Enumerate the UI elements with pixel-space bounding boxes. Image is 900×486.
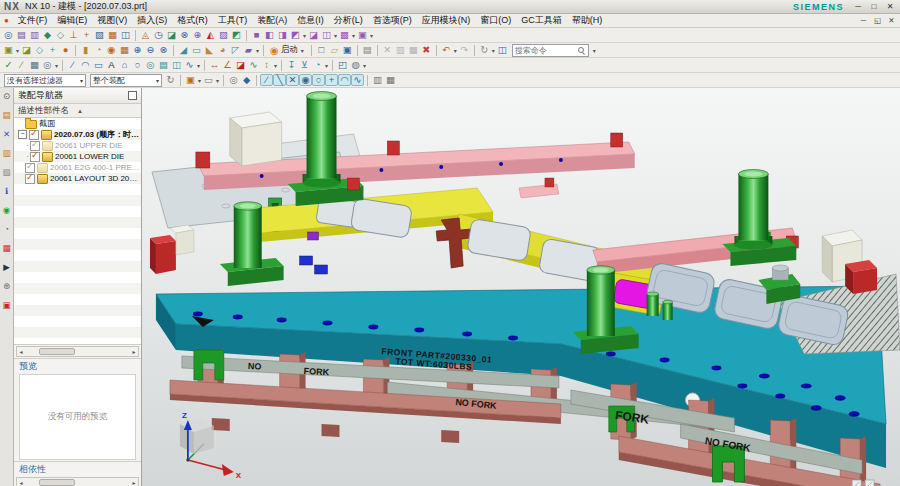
product-interface-icon[interactable]: ⊕	[191, 29, 204, 41]
dropdown-arrow-icon[interactable]: ▾	[216, 77, 219, 84]
component-checkbox[interactable]: ✓	[25, 163, 35, 173]
sketch-icon[interactable]: ▣	[2, 44, 15, 56]
dependencies-scrollbar[interactable]: ◂ ▸	[16, 477, 139, 486]
datum-csys-icon[interactable]: +	[46, 44, 59, 56]
reuse-library-icon[interactable]: ▧	[2, 168, 10, 177]
pattern-curve-icon[interactable]: ▤	[157, 59, 170, 71]
doc-minimize-icon[interactable]: ─	[858, 16, 869, 25]
component-groups-icon[interactable]: ▨	[217, 29, 230, 41]
edge-blend-icon[interactable]: ◕	[216, 44, 229, 56]
history-icon[interactable]: ◔	[4, 225, 9, 234]
snap-tangent-icon[interactable]: ◠	[338, 74, 351, 86]
polygon-icon[interactable]: ⌂	[118, 59, 131, 71]
exploded-views-icon[interactable]: ◬	[139, 29, 152, 41]
window-manager-icon[interactable]: ▣	[2, 301, 10, 310]
snap-settings-toggle-icon[interactable]: ↻	[164, 74, 177, 86]
project-curve-icon[interactable]: ↧	[285, 59, 298, 71]
dropdown-arrow-icon[interactable]: ▾	[197, 62, 200, 69]
graphics-window[interactable]: FRONT PART#200330_01 TOT WT:6030LBS NO F…	[142, 88, 900, 486]
menu-item-7[interactable]: 信息(I)	[292, 14, 329, 27]
copy-icon[interactable]: ▥	[394, 44, 407, 56]
resize-grip-icon[interactable]	[865, 480, 874, 486]
component-checkbox[interactable]: ✓	[30, 152, 40, 162]
redo-icon[interactable]: ↷	[458, 44, 471, 56]
toolbar-options-icon[interactable]: ▾	[593, 47, 596, 54]
shell-icon[interactable]: ▭	[190, 44, 203, 56]
open-component-icon[interactable]: ▤	[15, 29, 28, 41]
dropdown-arrow-icon[interactable]: ▾	[370, 32, 373, 39]
undo-icon[interactable]: ↶	[440, 44, 453, 56]
close-icon[interactable]: ✕	[884, 1, 896, 12]
scrollbar-thumb[interactable]	[39, 348, 75, 355]
snap-midpoint-icon[interactable]: ∕	[260, 74, 273, 86]
show-component-icon[interactable]: ◆	[41, 29, 54, 41]
rectangle-icon[interactable]: ▭	[92, 59, 105, 71]
scroll-left-icon[interactable]: ◂	[17, 348, 25, 355]
delete-icon[interactable]: ✖	[420, 44, 433, 56]
component-checkbox[interactable]: ✓	[29, 130, 39, 140]
assembly-arrangements-icon[interactable]: ▧	[93, 29, 106, 41]
repeat-command-icon[interactable]: ↻	[478, 44, 491, 56]
mirror-curve-icon[interactable]: ◫	[170, 59, 183, 71]
interpart-selection-icon[interactable]: ▦	[384, 74, 397, 86]
menu-item-3[interactable]: 插入(S)	[132, 14, 172, 27]
find-component-icon[interactable]: ◎	[2, 29, 15, 41]
deviation-gauge-icon[interactable]: ↕	[260, 59, 273, 71]
top-selection-priority-icon[interactable]: ▣	[184, 74, 197, 86]
assembly-load-options-icon[interactable]: ■	[250, 29, 263, 41]
visual-reports-icon[interactable]: ◉	[3, 206, 10, 215]
reference-sets-icon[interactable]: ◩	[230, 29, 243, 41]
selection-scope-dropdown[interactable]: 整个装配 ▾	[90, 74, 162, 87]
menu-item-2[interactable]: 视图(V)	[92, 14, 132, 27]
deformable-part-icon[interactable]: ◨	[276, 29, 289, 41]
curve-analysis-icon[interactable]: ∿	[247, 59, 260, 71]
ellipse-icon[interactable]: ○	[131, 59, 144, 71]
snap-settings-icon[interactable]: ◎	[41, 59, 54, 71]
process-studio-icon[interactable]: ▶	[3, 263, 10, 272]
profile-line-icon[interactable]: ∕	[66, 59, 79, 71]
search-icon[interactable]	[577, 46, 586, 55]
menu-item-1[interactable]: 编辑(E)	[52, 14, 92, 27]
open-by-proximity-icon[interactable]: ▥	[28, 29, 41, 41]
point-icon[interactable]: ●	[59, 44, 72, 56]
tree-item[interactable]: ·✓20061 UPPER DIE	[14, 140, 141, 151]
unite-icon[interactable]: ⊕	[131, 44, 144, 56]
rendering-style-icon[interactable]: ◍	[349, 59, 362, 71]
cut-icon[interactable]: ✕	[381, 44, 394, 56]
menu-item-12[interactable]: GC工具箱	[516, 14, 567, 27]
menu-item-10[interactable]: 应用模块(N)	[417, 14, 476, 27]
menu-item-6[interactable]: 装配(A)	[252, 14, 292, 27]
menu-item-8[interactable]: 分析(L)	[329, 14, 368, 27]
snap-intersection-icon[interactable]: ✕	[286, 74, 299, 86]
sketch-in-task-env-icon[interactable]: ◪	[20, 44, 33, 56]
dropdown-arrow-icon[interactable]: ▾	[363, 62, 366, 69]
scrollbar-thumb[interactable]	[39, 479, 75, 486]
assembly-info-icon[interactable]: ▣	[356, 29, 369, 41]
arc-icon[interactable]: ◠	[79, 59, 92, 71]
tree-item[interactable]: ·✓20061 LOWER DIE	[14, 151, 141, 162]
assembly-sequence-icon[interactable]: ◷	[152, 29, 165, 41]
menu-item-5[interactable]: 工具(T)	[213, 14, 253, 27]
tree-horizontal-scrollbar[interactable]: ◂ ▸	[16, 346, 139, 357]
weight-management-icon[interactable]: ◫	[320, 29, 333, 41]
dropdown-arrow-icon[interactable]: ▾	[16, 47, 19, 54]
hole-icon[interactable]: ◉	[105, 44, 118, 56]
resize-grip-icon[interactable]	[852, 480, 861, 486]
3d-model-canvas[interactable]: FRONT PART#200330_01 TOT WT:6030LBS NO F…	[142, 88, 900, 486]
command-finder[interactable]	[512, 44, 589, 57]
doc-restore-icon[interactable]: ◱	[872, 16, 883, 25]
maximize-icon[interactable]: □	[868, 1, 880, 12]
highlight-selection-icon[interactable]: ◎	[227, 74, 240, 86]
tree-expander-icon[interactable]: −	[18, 130, 27, 139]
dropdown-arrow-icon[interactable]: ▾	[55, 62, 58, 69]
new-file-icon[interactable]: □	[315, 44, 328, 56]
assembly-constraints-icon[interactable]: ⊥	[67, 29, 80, 41]
menu-item-9[interactable]: 首选项(P)	[368, 14, 417, 27]
assembly-navigator-icon[interactable]: ▤	[2, 111, 10, 120]
snap-existing-point-icon[interactable]: +	[325, 74, 338, 86]
fit-curve-icon[interactable]: ∿	[183, 59, 196, 71]
materials-icon[interactable]: ▦	[2, 244, 10, 253]
solid-body-filter-icon[interactable]: ◆	[240, 74, 253, 86]
interpart-links-icon[interactable]: ⊗	[178, 29, 191, 41]
roller-blind-icon[interactable]: ⊙	[3, 92, 10, 101]
